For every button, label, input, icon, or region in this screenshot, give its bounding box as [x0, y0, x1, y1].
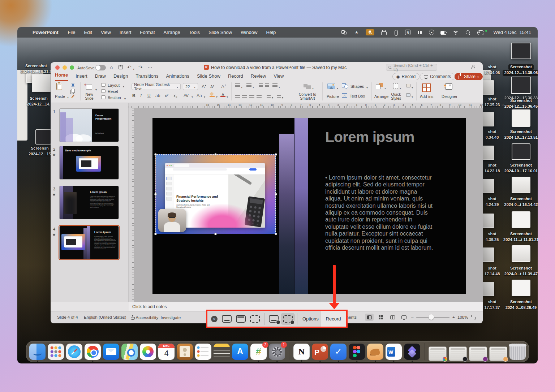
indent-increase-button[interactable] — [265, 83, 269, 87]
desktop-file-icon[interactable] — [512, 177, 530, 193]
smartart-chevron-icon[interactable] — [312, 85, 314, 90]
numbering-button[interactable] — [246, 83, 251, 87]
undo-icon[interactable]: ↶ — [127, 64, 132, 70]
section-icon[interactable] — [101, 95, 106, 99]
grow-font-button[interactable]: A▴ — [202, 84, 206, 89]
capsule-status-icon[interactable] — [393, 30, 399, 35]
strikethrough-button[interactable]: ab — [155, 93, 160, 98]
layout-chevron-icon[interactable] — [123, 83, 124, 89]
dock-minimized-window-slack[interactable] — [469, 346, 487, 361]
battery-status-icon[interactable] — [440, 30, 447, 35]
text-box-icon[interactable] — [342, 93, 347, 98]
shapes-icon[interactable] — [342, 83, 348, 89]
close-window-button[interactable] — [55, 65, 60, 70]
slide-image[interactable]: Financial Performance and Strategic Insi… — [155, 154, 276, 234]
desktop-file-label[interactable]: Screenshot2024-0...t 16.14.42 — [499, 196, 538, 208]
text-box-label[interactable]: Text Box — [350, 94, 365, 98]
dock-things-icon[interactable] — [330, 344, 347, 360]
capture-selection-icon[interactable] — [250, 315, 260, 323]
line-spacing-button[interactable] — [272, 83, 278, 87]
tab-slide-show[interactable]: Slide Show — [197, 73, 220, 81]
dock-minimized-window-figma[interactable] — [449, 346, 467, 361]
desktop-file-label[interactable]: Screenshot2024-10...17.16.01 — [499, 163, 538, 174]
case-chevron-icon[interactable] — [204, 94, 205, 99]
slideshow-view-button[interactable] — [400, 314, 408, 321]
dock-contacts-icon[interactable] — [177, 344, 193, 360]
desktop-file-icon[interactable] — [512, 245, 530, 262]
change-case-button[interactable]: Aa — [197, 93, 202, 98]
convert-smartart-icon[interactable] — [304, 84, 311, 89]
paste-chevron-icon[interactable] — [67, 94, 69, 99]
capture-record-button[interactable]: Record — [320, 311, 346, 327]
slide-thumbnail-4[interactable]: Lorem ipsum • Lorem ipsum dolor sit amet… — [60, 226, 119, 259]
selection-handle[interactable] — [275, 233, 277, 235]
slide-thumbnail-1[interactable]: Demo Presentation By SlideSpeak — [60, 109, 119, 142]
desktop-file-label-selected[interactable]: Screenshot2024-12...14.35.06 — [499, 64, 538, 76]
horizontal-ruler[interactable]: 16 15 14 13 12 11 10 9 8 7 6 5 4 3 2 1 0… — [129, 103, 483, 108]
text-direction-button[interactable] — [267, 94, 271, 98]
dock-mail-icon[interactable] — [103, 344, 119, 360]
selection-handle[interactable] — [275, 153, 277, 156]
menu-tools[interactable]: Tools — [189, 30, 200, 35]
dock-powerpoint-icon[interactable] — [312, 344, 328, 360]
dock-notes-icon[interactable] — [214, 344, 230, 360]
dock-wildlife-app-icon[interactable] — [367, 344, 383, 360]
dock-notion-icon[interactable] — [293, 344, 310, 360]
desktop-file-label[interactable]: Screenshot2024-0...08.26.49 — [499, 299, 538, 311]
bullets-button[interactable] — [235, 83, 240, 87]
picture-chevron-icon[interactable] — [337, 85, 338, 90]
format-painter-icon[interactable] — [71, 95, 75, 99]
menu-window[interactable]: Window — [241, 30, 257, 35]
record-selection-pressed[interactable] — [281, 313, 295, 325]
superscript-button[interactable]: x² — [165, 93, 168, 98]
layout-label[interactable]: Layout — [108, 83, 120, 87]
indent-decrease-button[interactable] — [259, 83, 263, 87]
quick-styles-chevron-icon[interactable] — [400, 85, 401, 90]
zoom-in-button[interactable]: + — [452, 315, 455, 319]
menu-edit[interactable]: Edit — [84, 30, 92, 35]
minimize-window-button[interactable] — [63, 65, 67, 70]
app-menu[interactable]: PowerPoint — [33, 30, 59, 35]
italic-button[interactable]: I — [140, 93, 142, 99]
zoom-slider-knob[interactable] — [429, 314, 434, 320]
spacing-chevron-icon[interactable] — [192, 94, 193, 99]
justify-button[interactable] — [257, 94, 262, 98]
section-label[interactable]: Section — [108, 95, 121, 100]
dock-safari-icon[interactable] — [66, 344, 82, 360]
tab-view[interactable]: View — [274, 73, 284, 81]
dock-maps-icon[interactable] — [121, 344, 138, 360]
dock-slack-icon[interactable]: 2 — [250, 344, 267, 360]
capture-entire-screen-icon[interactable] — [222, 315, 232, 323]
dock-trash-icon[interactable] — [509, 344, 526, 360]
desktop-file-icon[interactable] — [511, 43, 531, 59]
comments-button[interactable]: Comments — [420, 73, 455, 80]
tab-animations[interactable]: Animations — [166, 73, 189, 81]
dock-launchpad-icon[interactable] — [48, 344, 64, 360]
copy-icon[interactable] — [72, 89, 75, 93]
tab-review[interactable]: Review — [251, 73, 266, 81]
display-toggle-status-icon[interactable] — [477, 30, 483, 35]
menu-help[interactable]: Help — [266, 30, 276, 35]
slide-sorter-view-button[interactable] — [377, 314, 385, 321]
dock-minimized-window-wildlife[interactable] — [489, 346, 507, 361]
highlight-chevron-icon[interactable] — [216, 94, 218, 99]
picture-label[interactable]: Picture — [327, 94, 339, 99]
reset-icon[interactable] — [101, 89, 106, 93]
menu-file[interactable]: File — [68, 30, 76, 35]
quick-styles-icon[interactable] — [393, 83, 398, 89]
dock-chrome-icon[interactable] — [85, 344, 101, 360]
shape-fill-chevron-icon[interactable] — [412, 85, 413, 90]
subscript-button[interactable]: x₂ — [173, 93, 177, 98]
collaborators-icon[interactable] — [471, 65, 477, 69]
fit-slide-icon[interactable] — [471, 315, 476, 319]
desktop-file-label[interactable]: Screenshot2024-10...17.13.51 — [499, 129, 538, 141]
tab-draw[interactable]: Draw — [95, 73, 106, 81]
quick-styles-label[interactable]: QuickStyles — [389, 92, 403, 100]
normal-view-button[interactable] — [365, 314, 374, 321]
tab-transitions[interactable]: Transitions — [135, 73, 158, 81]
menu-slide-show[interactable]: Slide Show — [208, 30, 232, 35]
menu-insert[interactable]: Insert — [120, 30, 132, 35]
font-name-select[interactable]: Neue Haas Grotesk Text... — [132, 83, 181, 90]
tab-insert[interactable]: Insert — [76, 73, 87, 81]
wifi-status-icon[interactable] — [453, 30, 459, 35]
